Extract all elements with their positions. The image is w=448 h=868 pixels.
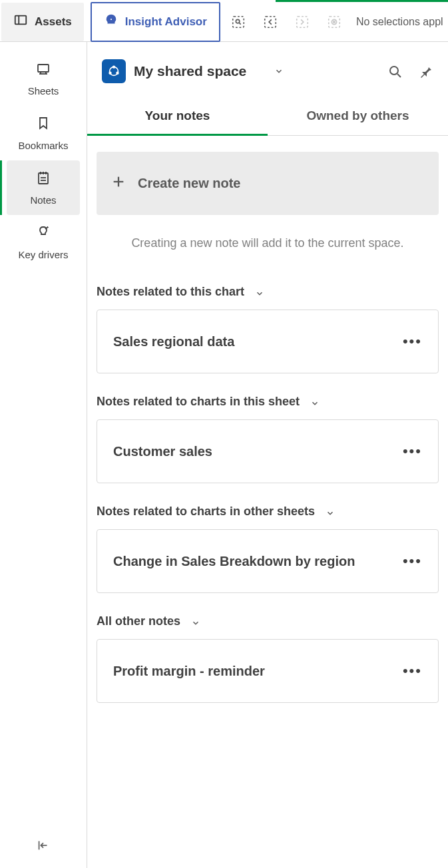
sidebar-item-notes[interactable]: Notes bbox=[7, 160, 80, 215]
space-dropdown[interactable] bbox=[274, 67, 284, 76]
panel-header: My shared space bbox=[87, 42, 448, 90]
chevron-down-icon bbox=[326, 507, 335, 517]
chevron-down-icon bbox=[191, 617, 200, 626]
svg-line-28 bbox=[397, 74, 401, 77]
assets-label: Assets bbox=[35, 15, 72, 29]
note-title: Profit margin - reminder bbox=[113, 664, 265, 679]
create-hint: Creating a new note will add it to the c… bbox=[97, 215, 439, 270]
accent-strip bbox=[276, 0, 448, 2]
note-card[interactable]: Change in Sales Breakdown by region ••• bbox=[97, 529, 439, 593]
collapse-sidebar-button[interactable] bbox=[0, 823, 87, 868]
sidebar-item-label: Notes bbox=[30, 194, 56, 206]
note-title: Change in Sales Breakdown by region bbox=[113, 554, 355, 569]
svg-point-25 bbox=[109, 72, 111, 74]
selections-text: No selections appl bbox=[356, 16, 443, 28]
svg-point-27 bbox=[390, 67, 398, 75]
selection-tools bbox=[231, 15, 341, 29]
section-title: Notes related to charts in other sheets bbox=[97, 505, 315, 519]
svg-rect-16 bbox=[39, 173, 48, 184]
sidebar-item-bookmarks[interactable]: Bookmarks bbox=[7, 106, 80, 160]
note-more-icon[interactable]: ••• bbox=[403, 552, 422, 570]
section-header[interactable]: Notes related to charts in other sheets bbox=[97, 502, 439, 529]
chevron-down-icon bbox=[255, 288, 264, 297]
svg-point-4 bbox=[236, 19, 240, 23]
svg-line-5 bbox=[239, 23, 240, 24]
tab-owned-by-others[interactable]: Owned by others bbox=[268, 108, 448, 135]
svg-point-2 bbox=[110, 18, 112, 21]
svg-point-24 bbox=[113, 66, 115, 68]
note-card[interactable]: Customer sales ••• bbox=[97, 419, 439, 483]
space-badge-icon bbox=[102, 59, 126, 83]
sidebar-item-sheets[interactable]: Sheets bbox=[7, 51, 80, 106]
clear-selections-icon bbox=[327, 15, 341, 29]
section-header[interactable]: Notes related to charts in this sheet bbox=[97, 392, 439, 419]
section-header[interactable]: All other notes bbox=[97, 612, 439, 639]
assets-tab[interactable]: Assets bbox=[1, 3, 84, 41]
sidebar-item-key-drivers[interactable]: Key drivers bbox=[7, 215, 80, 270]
svg-rect-7 bbox=[297, 16, 308, 27]
section-header[interactable]: Notes related to this chart bbox=[97, 282, 439, 310]
chevron-down-icon bbox=[310, 397, 320, 407]
section-title: All other notes bbox=[97, 614, 180, 628]
tab-label: Your notes bbox=[145, 108, 210, 122]
step-forward-icon bbox=[295, 15, 310, 29]
tab-label: Owned by others bbox=[306, 108, 409, 122]
section-all-other: All other notes Profit margin - reminder… bbox=[97, 612, 439, 703]
notes-panel: My shared space Your notes Owned by othe… bbox=[87, 42, 448, 868]
svg-rect-12 bbox=[38, 65, 49, 72]
section-title: Notes related to this chart bbox=[97, 285, 244, 299]
section-title: Notes related to charts in this sheet bbox=[97, 395, 300, 409]
section-related-other-sheets: Notes related to charts in other sheets … bbox=[97, 502, 439, 593]
panel-body: Create new note Creating a new note will… bbox=[87, 136, 448, 722]
create-note-label: Create new note bbox=[138, 176, 240, 191]
sidebar-item-label: Bookmarks bbox=[18, 140, 68, 151]
note-card[interactable]: Profit margin - reminder ••• bbox=[97, 639, 439, 703]
insight-icon bbox=[104, 13, 118, 31]
plus-icon bbox=[111, 174, 126, 192]
svg-rect-6 bbox=[265, 16, 276, 27]
create-note-button[interactable]: Create new note bbox=[97, 152, 439, 215]
note-more-icon[interactable]: ••• bbox=[403, 662, 422, 680]
sheet-icon bbox=[35, 61, 51, 79]
note-more-icon[interactable]: ••• bbox=[403, 333, 422, 350]
svg-rect-3 bbox=[233, 16, 244, 27]
note-title: Customer sales bbox=[113, 444, 212, 459]
tab-your-notes[interactable]: Your notes bbox=[87, 108, 268, 135]
space-title: My shared space bbox=[134, 63, 246, 79]
pin-icon[interactable] bbox=[417, 63, 433, 79]
notes-tabs: Your notes Owned by others bbox=[87, 108, 448, 136]
panel-icon bbox=[13, 13, 28, 31]
note-card[interactable]: Sales regional data ••• bbox=[97, 310, 439, 373]
note-title: Sales regional data bbox=[113, 334, 234, 349]
main: Sheets Bookmarks Notes bbox=[0, 42, 448, 868]
step-back-icon[interactable] bbox=[263, 15, 278, 29]
svg-rect-0 bbox=[15, 16, 27, 25]
sidebar-item-label: Key drivers bbox=[18, 249, 68, 260]
svg-point-26 bbox=[116, 72, 118, 74]
section-related-chart: Notes related to this chart Sales region… bbox=[97, 282, 439, 373]
sidebar: Sheets Bookmarks Notes bbox=[0, 42, 87, 868]
sidebar-item-label: Sheets bbox=[28, 85, 59, 97]
bookmark-icon bbox=[35, 115, 51, 133]
smart-search-icon[interactable] bbox=[231, 15, 246, 29]
notes-icon bbox=[35, 170, 51, 188]
top-toolbar: Assets Insight Advisor bbox=[0, 0, 448, 42]
insight-advisor-tab[interactable]: Insight Advisor bbox=[91, 2, 220, 42]
key-drivers-icon bbox=[35, 224, 51, 242]
section-related-sheet: Notes related to charts in this sheet Cu… bbox=[97, 392, 439, 483]
search-icon[interactable] bbox=[387, 63, 403, 79]
insight-label: Insight Advisor bbox=[125, 15, 207, 29]
note-more-icon[interactable]: ••• bbox=[403, 443, 422, 460]
